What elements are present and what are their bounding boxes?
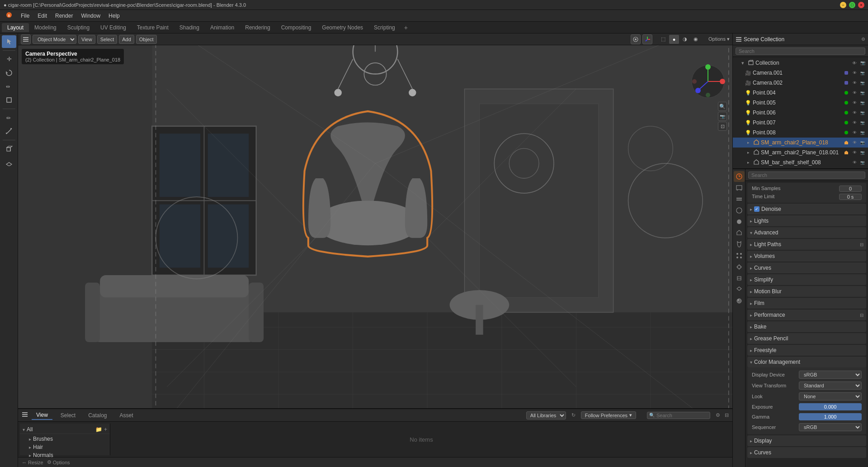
point008-visibility[interactable]: 👁	[851, 129, 858, 136]
asset-tree-hair[interactable]: ▸ Hair	[20, 443, 110, 451]
point004-visibility[interactable]: 👁	[851, 89, 858, 96]
view-menu-button[interactable]: View	[78, 35, 95, 44]
bake-header[interactable]: ▸ Bake	[747, 321, 866, 332]
advanced-header[interactable]: ▾ Advanced	[747, 227, 866, 238]
tool-scale[interactable]: ⇔	[2, 80, 16, 93]
asset-search-input[interactable]	[647, 412, 710, 419]
menu-edit[interactable]: Edit	[34, 12, 51, 20]
tab-uv-editing[interactable]: UV Editing	[95, 23, 132, 32]
asset-tab-view[interactable]: View	[32, 411, 52, 420]
render-props-icon[interactable]	[734, 171, 745, 182]
freestyle-header[interactable]: ▸ Freestyle	[747, 345, 866, 356]
point007-visibility[interactable]: 👁	[851, 119, 858, 126]
denoise-checkbox[interactable]: ✓	[754, 206, 760, 212]
grease-pencil-header[interactable]: ▸ Grease Pencil	[747, 333, 866, 344]
menu-window[interactable]: Window	[77, 12, 104, 20]
material-props-icon[interactable]	[734, 295, 745, 306]
curves-header[interactable]: ▸ Curves	[747, 262, 866, 273]
outliner-row-armchair018[interactable]: ▸ SM_arm_chair2_Plane_018 👁 📷	[733, 138, 868, 148]
viewport-overlay-icon[interactable]	[631, 34, 641, 44]
camera002-visibility[interactable]: 👁	[851, 79, 858, 86]
outliner-row-shelf008[interactable]: ▸ SM_bar_shelf_shelf_008 👁 📷	[733, 157, 868, 167]
camera002-render[interactable]: 📷	[859, 79, 866, 86]
library-select[interactable]: All Libraries	[526, 411, 566, 419]
shelf008-render[interactable]: 📷	[859, 159, 866, 166]
camera001-visibility[interactable]: 👁	[851, 69, 858, 76]
options-button[interactable]: Options ▾	[708, 36, 730, 42]
select-menu-button[interactable]: Select	[97, 35, 118, 44]
gamma-field[interactable]: 1.000	[799, 413, 862, 420]
volumes-header[interactable]: ▸ Volumes	[747, 251, 866, 262]
asset-tree-brushes[interactable]: ▸ Brushes	[20, 435, 110, 443]
outliner-row-point008[interactable]: 💡 Point.008 👁 📷	[733, 128, 868, 138]
point008-render[interactable]: 📷	[859, 129, 866, 136]
tool-measure[interactable]	[2, 125, 16, 138]
view-layer-props-icon[interactable]	[734, 194, 745, 205]
asset-options-icon[interactable]: ⊟	[725, 412, 729, 418]
point005-visibility[interactable]: 👁	[851, 99, 858, 106]
outliner-row-camera002[interactable]: 🎥 Camera.002 👁 📷	[733, 78, 868, 88]
menu-blender[interactable]: B	[2, 10, 16, 21]
outliner-row-armchair018-001[interactable]: ▸ SM_arm_chair2_Plane_018.001 👁 📷	[733, 148, 868, 157]
material-shading-btn[interactable]: ◑	[680, 35, 690, 44]
tab-shading[interactable]: Shading	[174, 23, 205, 32]
menu-help[interactable]: Help	[105, 12, 123, 20]
performance-header[interactable]: ▸ Performance ⊟	[747, 310, 866, 320]
asset-filter-icon[interactable]: ⚙	[716, 412, 720, 418]
data-props-icon[interactable]	[734, 284, 745, 295]
point006-render[interactable]: 📷	[859, 109, 866, 116]
follow-preferences-button[interactable]: Follow Preferences ▾	[581, 411, 636, 419]
display-header[interactable]: ▸ Display	[747, 435, 866, 446]
point006-visibility[interactable]: 👁	[851, 109, 858, 116]
outliner-filter-btn[interactable]: ⚙	[861, 37, 865, 42]
outliner-menu-icon[interactable]	[736, 36, 742, 43]
outliner-row-collection[interactable]: ▾ Collection 👁 📷	[733, 58, 868, 68]
sequencer-select[interactable]: sRGB	[799, 423, 862, 431]
object-menu-button[interactable]: Object	[136, 35, 157, 44]
outliner-row-point005[interactable]: 💡 Point.005 👁 📷	[733, 98, 868, 108]
armchair018-001-visibility[interactable]: 👁	[851, 149, 858, 156]
maximize-button[interactable]: □	[849, 2, 855, 8]
asset-tab-catalog[interactable]: Catalog	[84, 411, 111, 419]
tab-modeling[interactable]: Modeling	[29, 23, 62, 32]
frame-selected-button[interactable]: ⊡	[718, 122, 727, 131]
modifier-props-icon[interactable]	[734, 239, 745, 250]
minimize-button[interactable]: −	[840, 2, 846, 8]
motion-blur-header[interactable]: ▸ Motion Blur	[747, 286, 866, 297]
add-workspace-button[interactable]: +	[404, 24, 408, 31]
scene-props-icon[interactable]	[734, 205, 745, 216]
tab-rendering[interactable]: Rendering	[240, 23, 275, 32]
asset-tab-select[interactable]: Select	[56, 411, 80, 419]
outliner-row-point004[interactable]: 💡 Point.004 👁 📷	[733, 88, 868, 98]
collection-visibility-icon[interactable]: 👁	[851, 59, 858, 67]
viewport-gizmo-icon[interactable]	[642, 34, 652, 44]
tool-add-plane[interactable]	[2, 156, 16, 169]
tab-compositing[interactable]: Compositing	[276, 23, 317, 32]
color-management-header[interactable]: ▾ Color Management	[747, 357, 866, 367]
viewport-menu-icon[interactable]	[21, 34, 31, 44]
outliner-row-point007[interactable]: 💡 Point.007 👁 📷	[733, 118, 868, 128]
tool-move[interactable]: ✛	[2, 53, 16, 66]
zoom-in-button[interactable]: 🔍	[718, 102, 727, 111]
viewport-3d[interactable]: Camera Perspective (2) Collection | SM_a…	[18, 45, 732, 408]
output-props-icon[interactable]	[734, 182, 745, 193]
time-limit-value[interactable]: 0 s	[839, 194, 862, 200]
tab-texture-paint[interactable]: Texture Paint	[132, 23, 174, 32]
outliner-row-point006[interactable]: 💡 Point.006 👁 📷	[733, 108, 868, 118]
add-menu-button[interactable]: Add	[119, 35, 134, 44]
light-paths-header[interactable]: ▸ Light Paths ⊟	[747, 239, 866, 250]
armchair018-render[interactable]: 📷	[859, 139, 866, 146]
tab-scripting[interactable]: Scripting	[368, 23, 401, 32]
curves2-header[interactable]: ▸ Curves	[747, 447, 866, 458]
outliner-row-camera001[interactable]: 🎥 Camera.001 👁 📷	[733, 68, 868, 78]
resize-button[interactable]: ↔ Resize	[22, 460, 43, 465]
lights-header[interactable]: ▸ Lights	[747, 215, 866, 226]
tool-transform[interactable]	[2, 94, 16, 106]
world-props-icon[interactable]	[734, 216, 745, 227]
constraints-props-icon[interactable]	[734, 273, 745, 284]
outliner-search-input[interactable]	[736, 48, 865, 55]
exposure-field[interactable]: 0.000	[799, 403, 862, 410]
tab-layout[interactable]: Layout	[2, 23, 29, 32]
collection-render-icon[interactable]: 📷	[859, 59, 866, 67]
tab-sculpting[interactable]: Sculpting	[62, 23, 95, 32]
